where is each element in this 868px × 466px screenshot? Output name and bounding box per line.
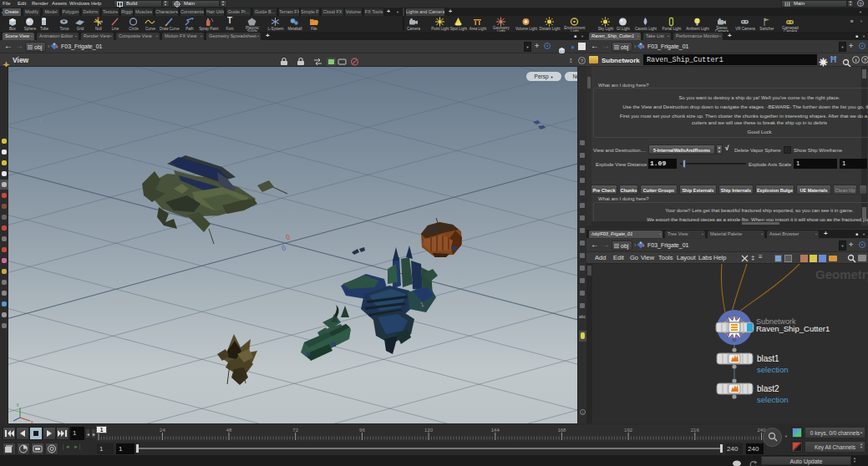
svg-text:168: 168	[557, 428, 566, 433]
svg-text:72: 72	[292, 428, 298, 433]
svg-text:96: 96	[359, 428, 365, 433]
svg-text:120: 120	[424, 428, 434, 433]
svg-text:144: 144	[491, 428, 500, 433]
svg-text:48: 48	[226, 428, 232, 433]
svg-text:192: 192	[624, 428, 633, 433]
svg-text:24: 24	[160, 428, 165, 433]
svg-text:216: 216	[691, 428, 700, 433]
